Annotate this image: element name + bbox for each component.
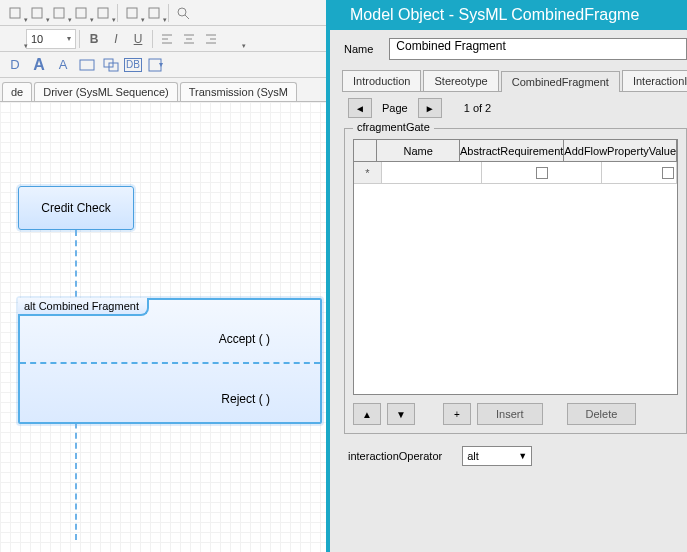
- align-left-icon[interactable]: [157, 29, 177, 49]
- move-down-button[interactable]: ▼: [387, 403, 415, 425]
- grid-header-selector[interactable]: [354, 140, 377, 161]
- underline-button[interactable]: U: [128, 29, 148, 49]
- toolbar-btn-6[interactable]: ▾: [122, 3, 142, 23]
- properties-title: Model Object - SysML CombinedFragme: [350, 6, 639, 24]
- operand-accept[interactable]: Accept ( ): [219, 332, 270, 346]
- page-prev-button[interactable]: ◄: [348, 98, 372, 118]
- fragment-divider: [20, 362, 320, 364]
- grid-cell-abstractreq[interactable]: [482, 162, 602, 183]
- align-center-icon[interactable]: [179, 29, 199, 49]
- svg-rect-3: [76, 8, 86, 18]
- operator-value: alt: [467, 450, 479, 462]
- name-label: Name: [344, 43, 373, 55]
- font-family-dropdown[interactable]: ▾: [5, 29, 25, 49]
- tab-introduction[interactable]: Introduction: [342, 70, 421, 91]
- delete-button[interactable]: Delete: [567, 403, 637, 425]
- toolbar-btn-2[interactable]: ▾: [27, 3, 47, 23]
- lifeline-label: Credit Check: [41, 201, 110, 215]
- svg-rect-0: [10, 8, 20, 18]
- diagram-editor-pane: ▾ ▾ ▾ ▾ ▾ ▾ ▾ ▾ 10 ▾ B I U ▾: [0, 0, 330, 552]
- grid-row-selector[interactable]: *: [354, 162, 382, 183]
- italic-button[interactable]: I: [106, 29, 126, 49]
- properties-pane: Model Object - SysML CombinedFragme Name…: [330, 0, 687, 552]
- diagram-tabs: de Driver (SysML Sequence) Transmission …: [0, 78, 326, 102]
- toolbar-btn-3[interactable]: ▾: [49, 3, 69, 23]
- name-input-value: Combined Fragment: [396, 39, 505, 53]
- pager: ◄ Page ► 1 of 2: [348, 98, 687, 118]
- grid-header: Name AbstractRequirement AddFlowProperty…: [354, 140, 677, 162]
- grid-cell-addflow[interactable]: [602, 162, 677, 183]
- name-input[interactable]: Combined Fragment: [389, 38, 687, 60]
- operand-reject[interactable]: Reject ( ): [221, 392, 270, 406]
- dropdown-icon[interactable]: ▾: [144, 54, 166, 76]
- mode-a2-button[interactable]: A: [52, 54, 74, 76]
- toolbar-font: ▾ 10 ▾ B I U ▾: [0, 26, 326, 52]
- combined-fragment[interactable]: alt Combined Fragment Accept ( ) Reject …: [18, 298, 322, 424]
- page-next-button[interactable]: ►: [418, 98, 442, 118]
- svg-point-7: [178, 8, 186, 16]
- toolbar-btn-5[interactable]: ▾: [93, 3, 113, 23]
- grid-button-row: ▲ ▼ + Insert Delete: [353, 403, 678, 425]
- operator-label: interactionOperator: [348, 450, 442, 462]
- checkbox-icon[interactable]: [536, 167, 548, 179]
- properties-tabs: Introduction Stereotype CombinedFragment…: [342, 70, 687, 92]
- tab-stereotype[interactable]: Stereotype: [423, 70, 498, 91]
- tab-transmission[interactable]: Transmission (SysM: [180, 82, 297, 101]
- checkbox-icon[interactable]: [662, 167, 674, 179]
- lifeline-credit-check[interactable]: Credit Check: [18, 186, 134, 230]
- cfragmentgate-grid: Name AbstractRequirement AddFlowProperty…: [353, 139, 678, 395]
- operator-row: interactionOperator alt ▼: [348, 446, 687, 466]
- tab-driver[interactable]: Driver (SysML Sequence): [34, 82, 178, 101]
- svg-rect-4: [98, 8, 108, 18]
- align-right-icon[interactable]: [201, 29, 221, 49]
- tab-interaction[interactable]: InteractionI: [622, 70, 687, 91]
- svg-rect-6: [149, 8, 159, 18]
- rect-icon[interactable]: [76, 54, 98, 76]
- insert-button[interactable]: Insert: [477, 403, 543, 425]
- cfragmentgate-fieldset: cfragmentGate Name AbstractRequirement A…: [344, 128, 687, 434]
- mode-a1-button[interactable]: A: [28, 54, 50, 76]
- chevron-down-icon: ▼: [518, 451, 527, 461]
- svg-rect-1: [32, 8, 42, 18]
- grid-cell-name[interactable]: [382, 162, 482, 183]
- page-label: Page: [382, 102, 408, 114]
- format-row: D A A DB ▾: [0, 52, 326, 78]
- diagram-canvas[interactable]: Credit Check alt Combined Fragment Accep…: [0, 102, 326, 552]
- properties-titlebar: Model Object - SysML CombinedFragme: [330, 0, 687, 30]
- grid-header-addflow[interactable]: AddFlowPropertyValue: [564, 140, 677, 161]
- fieldset-legend: cfragmentGate: [353, 121, 434, 133]
- add-button[interactable]: +: [443, 403, 471, 425]
- font-size-value: 10: [31, 33, 43, 45]
- mode-d-button[interactable]: D: [4, 54, 26, 76]
- toolbar-btn-1[interactable]: ▾: [5, 3, 25, 23]
- fragment-label: alt Combined Fragment: [18, 298, 149, 316]
- db-icon[interactable]: DB: [124, 58, 142, 72]
- font-color-icon[interactable]: ▾: [223, 29, 243, 49]
- grid-header-abstractreq[interactable]: AbstractRequirement: [460, 140, 564, 161]
- overlap-icon[interactable]: [100, 54, 122, 76]
- toolbar-top: ▾ ▾ ▾ ▾ ▾ ▾ ▾: [0, 0, 326, 26]
- page-position: 1 of 2: [464, 102, 492, 114]
- grid-empty-area: [354, 184, 677, 394]
- bold-button[interactable]: B: [84, 29, 104, 49]
- grid-new-row[interactable]: *: [354, 162, 677, 184]
- svg-line-8: [185, 15, 189, 19]
- move-up-button[interactable]: ▲: [353, 403, 381, 425]
- grid-header-name[interactable]: Name: [377, 140, 460, 161]
- tab-de[interactable]: de: [2, 82, 32, 101]
- zoom-icon[interactable]: [173, 3, 193, 23]
- operator-select[interactable]: alt ▼: [462, 446, 532, 466]
- svg-rect-18: [80, 60, 94, 70]
- toolbar-btn-7[interactable]: ▾: [144, 3, 164, 23]
- tab-combinedfragment[interactable]: CombinedFragment: [501, 71, 620, 92]
- svg-rect-2: [54, 8, 64, 18]
- toolbar-btn-4[interactable]: ▾: [71, 3, 91, 23]
- font-size-select[interactable]: 10 ▾: [26, 29, 76, 49]
- svg-rect-5: [127, 8, 137, 18]
